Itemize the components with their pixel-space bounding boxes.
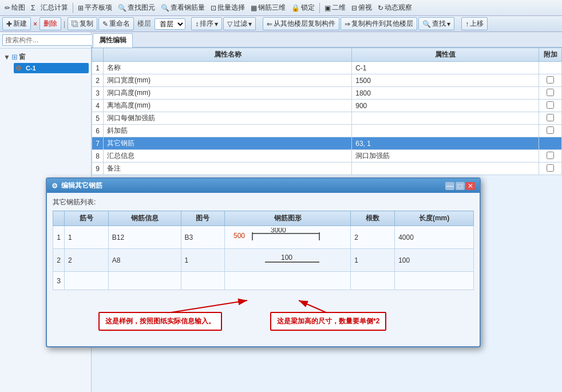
modal-title-icon: ⚙ bbox=[52, 182, 58, 190]
col-shape: 钢筋图形 bbox=[225, 211, 351, 226]
rebar-row[interactable]: 3 bbox=[53, 272, 474, 290]
modal-titlebar: ⚙ 编辑其它钢筋 — □ ✕ bbox=[47, 179, 480, 193]
rebar-num bbox=[65, 272, 109, 290]
close-button[interactable]: ✕ bbox=[466, 182, 475, 190]
modal-subtitle: 其它钢筋列表: bbox=[53, 197, 474, 207]
col-count: 根数 bbox=[351, 211, 395, 226]
modal-body: 其它钢筋列表: 筋号 钢筋信息 图号 钢筋图形 根数 长度(mm) 11B12B… bbox=[47, 193, 480, 346]
rebar-shape[interactable]: 100 bbox=[225, 249, 351, 272]
rebar-drawing[interactable] bbox=[181, 272, 225, 290]
rebar-drawing[interactable]: B3 bbox=[181, 226, 225, 249]
annotation-left: 这是样例，按照图纸实际信息输入。 bbox=[98, 312, 222, 331]
rebar-length[interactable]: 4000 bbox=[395, 226, 474, 249]
svg-text:100: 100 bbox=[281, 254, 292, 262]
modal-title-text: 编辑其它钢筋 bbox=[61, 181, 102, 191]
modal-overlay: ⚙ 编辑其它钢筋 — □ ✕ 其它钢筋列表: bbox=[0, 0, 562, 392]
modal-title-left: ⚙ 编辑其它钢筋 bbox=[52, 181, 102, 191]
rebar-num: 1 bbox=[65, 226, 109, 249]
shape-u-svg: 5003000 bbox=[231, 228, 345, 245]
shape-l-svg: 100 bbox=[231, 251, 345, 268]
svg-line-8 bbox=[167, 300, 247, 313]
rebar-count[interactable] bbox=[351, 272, 395, 290]
col-drawing-num: 图号 bbox=[181, 211, 225, 226]
rebar-length[interactable] bbox=[395, 272, 474, 290]
col-info: 钢筋信息 bbox=[108, 211, 181, 226]
rebar-info[interactable]: A8 bbox=[108, 249, 181, 272]
svg-text:500: 500 bbox=[233, 232, 245, 240]
rebar-info[interactable] bbox=[108, 272, 181, 290]
rebar-table: 筋号 钢筋信息 图号 钢筋图形 根数 长度(mm) 11B12B35003000… bbox=[53, 211, 474, 290]
rebar-info[interactable]: B12 bbox=[108, 226, 181, 249]
rebar-row-idx: 3 bbox=[53, 272, 65, 290]
rebar-row-idx: 1 bbox=[53, 226, 65, 249]
rebar-count[interactable]: 2 bbox=[351, 226, 395, 249]
svg-text:3000: 3000 bbox=[271, 228, 286, 234]
rebar-row[interactable]: 11B12B3500300024000 bbox=[53, 226, 474, 249]
rebar-drawing[interactable]: 1 bbox=[181, 249, 225, 272]
col-idx bbox=[53, 211, 65, 226]
rebar-shape[interactable] bbox=[225, 272, 351, 290]
rebar-shape[interactable]: 5003000 bbox=[225, 226, 351, 249]
annotation-right: 这是梁加高的尺寸，数量要单侧*2 bbox=[270, 312, 386, 331]
modal-controls: — □ ✕ bbox=[445, 182, 475, 190]
edit-rebar-modal: ⚙ 编辑其它钢筋 — □ ✕ 其它钢筋列表: bbox=[46, 177, 481, 347]
maximize-button[interactable]: □ bbox=[456, 182, 465, 190]
rebar-length[interactable]: 100 bbox=[395, 249, 474, 272]
col-length: 长度(mm) bbox=[395, 211, 474, 226]
minimize-button[interactable]: — bbox=[445, 182, 454, 190]
annotation-area: 这是样例，按照图纸实际信息输入。 这是梁加高的尺寸，数量要单侧*2 bbox=[53, 296, 474, 342]
rebar-row-idx: 2 bbox=[53, 249, 65, 272]
col-jinhao: 筋号 bbox=[65, 211, 109, 226]
svg-line-9 bbox=[299, 300, 327, 313]
rebar-num: 2 bbox=[65, 249, 109, 272]
rebar-row[interactable]: 22A811001100 bbox=[53, 249, 474, 272]
rebar-count[interactable]: 1 bbox=[351, 249, 395, 272]
